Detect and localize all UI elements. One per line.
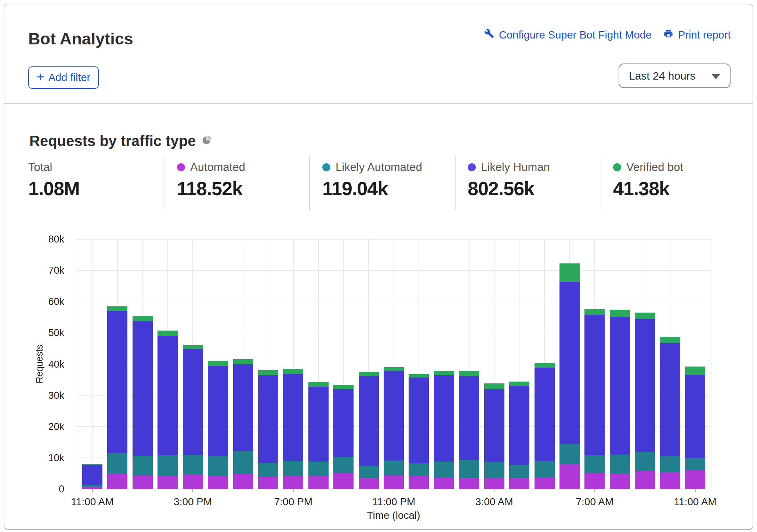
bar-segment-verified-bot[interactable] — [660, 337, 680, 343]
bar-segment-likely-human[interactable] — [584, 315, 605, 455]
bar-segment-verified-bot[interactable] — [384, 367, 404, 371]
bar-segment-verified-bot[interactable] — [610, 310, 630, 317]
bar-segment-likely-human[interactable] — [183, 349, 203, 455]
bar-segment-automated[interactable] — [157, 476, 178, 489]
bar-segment-likely-automated[interactable] — [459, 460, 479, 478]
bar-segment-likely-automated[interactable] — [208, 456, 228, 476]
bar-segment-likely-automated[interactable] — [308, 462, 329, 476]
bar-segment-likely-human[interactable] — [308, 387, 329, 462]
bar-segment-automated[interactable] — [685, 470, 705, 489]
bar-segment-likely-human[interactable] — [333, 389, 354, 457]
bar-segment-automated[interactable] — [635, 471, 655, 489]
bar-segment-likely-automated[interactable] — [359, 466, 379, 478]
bar-segment-likely-automated[interactable] — [107, 453, 127, 474]
bar-segment-verified-bot[interactable] — [157, 331, 178, 336]
bar-segment-automated[interactable] — [359, 478, 379, 489]
bar-segment-automated[interactable] — [409, 476, 429, 489]
bar-segment-automated[interactable] — [183, 475, 203, 489]
bar-segment-likely-human[interactable] — [685, 375, 705, 458]
bar-segment-likely-automated[interactable] — [333, 457, 354, 473]
bar-segment-automated[interactable] — [133, 475, 153, 489]
bar-segment-likely-human[interactable] — [157, 336, 178, 455]
bar-segment-automated[interactable] — [208, 476, 228, 489]
bar-segment-verified-bot[interactable] — [484, 383, 504, 389]
bar-segment-automated[interactable] — [610, 474, 630, 489]
bar-segment-verified-bot[interactable] — [283, 369, 303, 374]
bar-segment-likely-automated[interactable] — [258, 463, 278, 477]
bar-segment-likely-human[interactable] — [559, 282, 580, 444]
bar-segment-automated[interactable] — [559, 464, 580, 489]
bar-segment-verified-bot[interactable] — [434, 371, 454, 375]
bar-segment-automated[interactable] — [333, 473, 354, 489]
bar-segment-likely-human[interactable] — [660, 343, 680, 456]
bar-segment-verified-bot[interactable] — [559, 263, 580, 282]
bar-segment-likely-human[interactable] — [283, 374, 303, 461]
bar-segment-likely-human[interactable] — [82, 465, 102, 485]
bar-segment-likely-human[interactable] — [409, 378, 429, 463]
bar-segment-automated[interactable] — [535, 478, 555, 489]
bar-segment-likely-automated[interactable] — [434, 462, 454, 478]
bar-segment-verified-bot[interactable] — [459, 371, 479, 376]
bar-segment-likely-human[interactable] — [107, 311, 127, 453]
bar-segment-automated[interactable] — [258, 477, 278, 489]
bar-segment-verified-bot[interactable] — [308, 382, 329, 387]
bar-segment-automated[interactable] — [384, 475, 404, 489]
bar-segment-likely-automated[interactable] — [584, 455, 605, 473]
bar-segment-likely-automated[interactable] — [183, 455, 203, 475]
bar-segment-likely-automated[interactable] — [82, 485, 102, 487]
bar-segment-verified-bot[interactable] — [258, 370, 278, 375]
bar-segment-likely-human[interactable] — [359, 376, 379, 466]
bar-segment-verified-bot[interactable] — [133, 316, 153, 321]
bar-segment-automated[interactable] — [509, 478, 529, 489]
bar-segment-verified-bot[interactable] — [409, 374, 429, 378]
bar-segment-automated[interactable] — [308, 476, 329, 489]
bar-segment-likely-automated[interactable] — [283, 461, 303, 476]
bar-segment-likely-human[interactable] — [509, 386, 529, 465]
bar-segment-likely-automated[interactable] — [484, 462, 504, 478]
bar-segment-likely-automated[interactable] — [535, 461, 555, 478]
bar-segment-automated[interactable] — [283, 476, 303, 489]
bar-segment-automated[interactable] — [434, 478, 454, 489]
bar-segment-verified-bot[interactable] — [107, 306, 127, 311]
bar-segment-likely-human[interactable] — [635, 319, 655, 452]
bar-segment-likely-automated[interactable] — [509, 465, 529, 478]
bar-segment-likely-human[interactable] — [233, 364, 253, 451]
bar-segment-verified-bot[interactable] — [584, 309, 605, 315]
bar-segment-likely-human[interactable] — [535, 368, 555, 461]
bar-segment-likely-automated[interactable] — [409, 463, 429, 476]
bar-segment-likely-automated[interactable] — [133, 456, 153, 475]
bar-segment-likely-human[interactable] — [459, 376, 479, 460]
bar-segment-likely-human[interactable] — [434, 375, 454, 462]
bar-segment-likely-automated[interactable] — [384, 460, 404, 475]
bar-segment-verified-bot[interactable] — [509, 382, 529, 386]
bar-segment-likely-automated[interactable] — [685, 458, 705, 470]
bar-segment-likely-human[interactable] — [258, 375, 278, 463]
y-tick-label: 70k — [34, 265, 64, 276]
bar-segment-likely-human[interactable] — [208, 366, 228, 457]
bar-segment-likely-automated[interactable] — [157, 455, 178, 476]
bar-segment-likely-automated[interactable] — [233, 451, 253, 474]
bar-segment-verified-bot[interactable] — [233, 359, 253, 364]
bar-segment-automated[interactable] — [660, 473, 680, 489]
bar-segment-likely-human[interactable] — [133, 321, 153, 456]
bar-segment-verified-bot[interactable] — [685, 367, 705, 375]
bar-segment-likely-automated[interactable] — [610, 455, 630, 474]
bar-segment-automated[interactable] — [459, 478, 479, 489]
bar-segment-automated[interactable] — [107, 474, 127, 489]
bar-segment-automated[interactable] — [584, 473, 605, 489]
bar-segment-likely-automated[interactable] — [559, 444, 580, 464]
bar-segment-likely-automated[interactable] — [660, 456, 680, 473]
bar-segment-verified-bot[interactable] — [208, 361, 228, 366]
bar-segment-verified-bot[interactable] — [183, 345, 203, 350]
bar-segment-likely-human[interactable] — [610, 317, 630, 455]
bar-segment-verified-bot[interactable] — [635, 313, 655, 319]
bar-segment-verified-bot[interactable] — [333, 385, 354, 389]
bar-segment-verified-bot[interactable] — [535, 363, 555, 368]
bar-segment-likely-automated[interactable] — [635, 452, 655, 471]
bar-segment-verified-bot[interactable] — [82, 464, 102, 465]
bar-segment-likely-human[interactable] — [484, 389, 504, 462]
bar-segment-likely-human[interactable] — [384, 371, 404, 460]
bar-segment-automated[interactable] — [233, 474, 253, 489]
bar-segment-verified-bot[interactable] — [359, 372, 379, 376]
bar-segment-automated[interactable] — [484, 478, 504, 489]
